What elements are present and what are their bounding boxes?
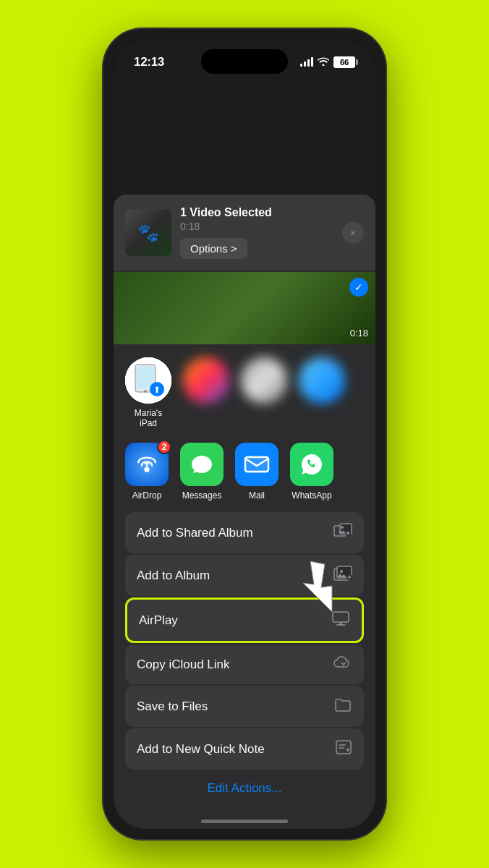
app-item-messages[interactable]: Messages [180,443,224,501]
share-sheet: 1 Video Selected 0:18 Options > × [114,195,375,829]
quick-note-icon [335,739,352,759]
files-icon [333,697,352,716]
app-icon-whatsapp [290,443,333,486]
close-button[interactable]: × [342,222,364,244]
phone-frame: 12:13 66 [103,29,386,839]
video-strip: ✓ 0:18 [114,272,375,344]
svg-point-15 [340,570,343,573]
action-label-quick-note: Add to New Quick Note [137,742,265,757]
preview-info: 1 Video Selected 0:18 Options > [180,206,333,259]
action-label-shared-album: Add to Shared Album [137,526,253,540]
contact-blurred-1[interactable] [183,357,229,428]
svg-point-11 [341,526,344,529]
app-name-airdrop: AirDrop [132,490,162,501]
airplay-icon [331,610,350,630]
background: 1 Video Selected 0:18 Options > × [114,75,375,829]
svg-text:⬆: ⬆ [153,385,161,395]
contact-avatar-blurred-3 [299,357,345,404]
action-save-to-files[interactable]: Save to Files [125,686,364,727]
action-copy-icloud-link[interactable]: Copy iCloud Link [125,644,364,684]
edit-actions-button[interactable]: Edit Actions... [208,781,282,796]
app-icon-airdrop: 2 [125,443,169,486]
edit-actions-container: Edit Actions... [114,770,375,807]
action-add-to-album[interactable]: Add to Album [125,555,364,596]
app-icon-mail [235,443,278,486]
svg-rect-17 [333,612,349,622]
app-item-mail[interactable]: Mail [235,443,278,501]
action-list: Add to Shared Album [114,512,375,770]
options-button[interactable]: Options > [180,238,247,259]
shared-album-icon [333,523,352,542]
contact-blurred-2[interactable] [241,357,287,428]
app-item-whatsapp[interactable]: WhatsApp [290,443,333,501]
contact-avatar-marias-ipad: ⬆ [125,357,171,404]
video-duration: 0:18 [180,221,333,232]
app-name-whatsapp: WhatsApp [292,490,331,501]
contact-avatar-blurred-1 [183,357,229,404]
contacts-row: ⬆ Maria'siPad [114,346,375,434]
airdrop-badge: 2 [157,440,171,454]
svg-rect-7 [245,456,268,473]
svg-point-3 [144,390,147,393]
apps-row: 2 AirDrop [114,434,375,512]
action-quick-note[interactable]: Add to New Quick Note [125,728,364,770]
phone-screen: 12:13 66 [114,39,375,829]
icloud-icon [333,655,352,673]
signal-icon [300,58,313,67]
contact-name-marias-ipad: Maria'siPad [135,408,162,428]
battery-indicator: 66 [333,56,355,68]
app-name-mail: Mail [249,490,265,501]
action-label-album: Add to Album [137,569,210,583]
video-thumbnail [125,210,171,256]
app-icon-messages [180,443,224,486]
action-airplay[interactable]: AirPlay [125,597,364,643]
action-label-files: Save to Files [137,699,208,714]
add-album-icon [333,566,352,585]
share-preview-header: 1 Video Selected 0:18 Options > × [114,195,375,271]
dynamic-island [201,49,288,74]
app-name-messages: Messages [182,490,222,501]
action-add-to-shared-album[interactable]: Add to Shared Album [125,512,364,553]
svg-point-6 [144,467,149,472]
wifi-icon [318,56,329,68]
video-checkmark: ✓ [349,278,368,297]
video-duration-badge: 0:18 [350,328,368,339]
contact-blurred-3[interactable] [299,357,345,428]
status-time: 12:13 [134,55,164,69]
action-label-airplay: AirPlay [139,613,178,628]
contact-avatar-blurred-2 [241,357,287,404]
video-title: 1 Video Selected [180,206,333,219]
app-item-airdrop[interactable]: 2 AirDrop [125,443,169,501]
svg-rect-18 [336,741,351,754]
home-indicator [201,820,288,823]
action-label-icloud: Copy iCloud Link [137,658,230,672]
contact-marias-ipad[interactable]: ⬆ Maria'siPad [125,357,171,428]
status-icons: 66 [300,56,355,68]
